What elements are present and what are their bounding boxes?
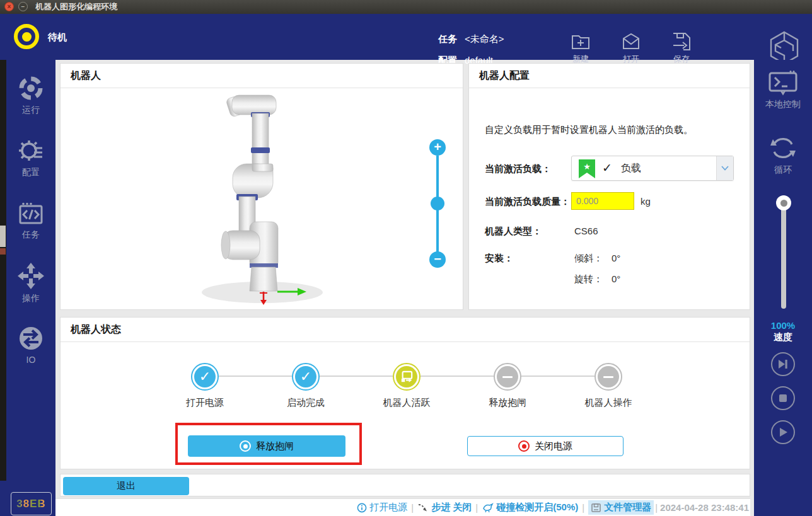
play-button[interactable]	[771, 420, 795, 444]
stop-icon	[779, 394, 787, 403]
payload-description: 自定义负载用于暂时设置机器人当前激活的负载。	[485, 124, 737, 136]
svg-text:★: ★	[583, 162, 591, 171]
sidebar-item-operate[interactable]: 操作	[6, 261, 55, 304]
sidebar-item-run[interactable]: 运行	[6, 74, 55, 116]
status-panel-title: 机器人状态	[71, 323, 121, 336]
status-code-badge: 38EB	[11, 492, 52, 515]
speed-value: 100%	[754, 320, 812, 331]
robot-state-icon	[14, 24, 39, 49]
release-brake-label: 释放抱闸	[256, 440, 294, 452]
config-panel-title: 机器人配置	[479, 69, 530, 83]
sidebar-item-label: 配置	[6, 167, 55, 178]
file-manager-label: 文件管理器	[604, 502, 651, 513]
dash-icon	[603, 376, 613, 378]
window-close-button[interactable]: ×	[4, 2, 14, 11]
save-icon	[670, 30, 693, 53]
sidebar-item-loop[interactable]: 循环	[754, 134, 812, 176]
step-forward-button[interactable]	[771, 352, 795, 376]
loop-icon	[768, 134, 798, 162]
sidebar-item-label: 操作	[6, 293, 55, 304]
collision-label: 碰撞检测开启(50%)	[496, 502, 578, 513]
release-brake-button[interactable]: 释放抱闸	[188, 435, 345, 457]
window-title: 机器人图形化编程环境	[35, 0, 117, 14]
tilt-value: 0°	[612, 253, 620, 263]
circle-dot-icon	[518, 440, 530, 452]
rotate-value: 0°	[612, 273, 620, 284]
step-power-on: ✓	[191, 363, 219, 391]
gear-icon	[17, 137, 45, 164]
exit-panel: 退出	[60, 474, 750, 496]
mount-label: 安装：	[485, 253, 513, 265]
robot-state-label: 待机	[48, 32, 67, 43]
window-titlebar: × − 机器人图形化编程环境	[0, 0, 812, 14]
open-icon	[620, 30, 642, 53]
bookmark-star-icon: ★	[579, 159, 595, 178]
payload-mass-label: 当前激活负载质量：	[485, 196, 570, 208]
status-bar: 打开电源 | 步进 关闭 | 碰撞检测开启(50%) |	[55, 498, 750, 516]
task-value: <未命名>	[465, 33, 504, 44]
io-swap-icon	[17, 324, 45, 352]
step-label: 机器人操作	[571, 397, 646, 409]
robot-type-value: CS66	[574, 226, 598, 236]
file-manager-icon	[591, 503, 601, 513]
task-row: 任务<未命名>	[438, 33, 504, 45]
exit-button[interactable]: 退出	[63, 477, 189, 495]
sidebar-item-io[interactable]: IO	[6, 324, 55, 365]
dropdown-chevron[interactable]	[716, 156, 733, 180]
active-payload-dropdown[interactable]: ★ ✓ 负载	[571, 156, 734, 181]
active-payload-value: 负载	[621, 162, 641, 175]
robot-3d-view[interactable]	[61, 88, 463, 310]
zoom-slider-thumb[interactable]	[431, 197, 444, 210]
play-icon	[779, 427, 788, 437]
terminal-icon	[768, 70, 798, 96]
robot-type-label: 机器人类型：	[485, 226, 542, 238]
payload-mass-input[interactable]	[571, 192, 634, 210]
power-off-button[interactable]: 关闭电源	[467, 436, 624, 456]
code-window-icon	[17, 202, 45, 227]
robot-programming-environment: × − 机器人图形化编程环境 待机 任务<未命名> 配置default 新建	[0, 0, 812, 516]
robot-config-panel: 机器人配置 自定义负载用于暂时设置机器人当前激活的负载。 当前激活负载： ★ ✓…	[468, 63, 750, 310]
sidebar-item-config[interactable]: 配置	[6, 137, 55, 178]
zoom-in-button[interactable]: +	[429, 139, 446, 156]
run-icon	[17, 74, 45, 102]
step-mode-label: 步进 关闭	[431, 502, 472, 513]
zoom-out-button[interactable]: −	[429, 251, 446, 268]
sidebar-item-label: 任务	[6, 229, 55, 241]
collision-detect-item[interactable]: 碰撞检测开启(50%)	[482, 502, 578, 513]
desktop-background-strip	[0, 60, 6, 481]
datetime-label: 2024-04-28 23:48:41	[660, 502, 749, 513]
sidebar-item-task[interactable]: 任务	[6, 202, 55, 241]
collision-icon	[482, 502, 494, 513]
step-label: 释放抱闸	[470, 397, 545, 409]
active-payload-label: 当前激活负载：	[485, 163, 551, 175]
step-label: 打开电源	[167, 397, 243, 409]
tilt-label: 倾斜：	[574, 253, 603, 265]
app-header: 待机 任务<未命名> 配置default 新建 打开	[0, 14, 812, 60]
file-manager-item[interactable]: 文件管理器	[588, 500, 654, 515]
move-arrows-icon	[16, 261, 45, 290]
stop-button[interactable]	[771, 386, 795, 410]
window-minimize-button[interactable]: −	[18, 2, 28, 11]
circle-dot-icon	[240, 440, 251, 452]
step-mode-icon	[417, 503, 429, 513]
speed-label: 速度	[754, 331, 812, 343]
power-status-item[interactable]: 打开电源	[357, 502, 407, 513]
power-off-label: 关闭电源	[535, 440, 572, 452]
robot-active-icon	[400, 370, 414, 383]
step-mode-item[interactable]: 步进 关闭	[417, 502, 472, 513]
info-icon	[357, 503, 367, 513]
step-startup-complete: ✓	[292, 363, 320, 391]
power-status-label: 打开电源	[369, 502, 407, 513]
rotate-label: 旋转：	[574, 273, 603, 285]
sidebar-item-label: 本地控制	[754, 99, 812, 110]
chevron-down-icon	[721, 166, 729, 171]
check-icon: ✓	[602, 161, 612, 175]
sidebar-item-label: IO	[6, 355, 55, 365]
speed-slider-knob[interactable]	[776, 195, 791, 210]
skip-icon	[777, 359, 789, 369]
left-sidebar: 运行 配置	[0, 60, 55, 516]
sidebar-item-local-control[interactable]: 本地控制	[754, 70, 812, 110]
step-robot-active	[393, 363, 420, 391]
step-label: 机器人活跃	[369, 397, 444, 409]
speed-slider-track[interactable]	[781, 200, 786, 309]
